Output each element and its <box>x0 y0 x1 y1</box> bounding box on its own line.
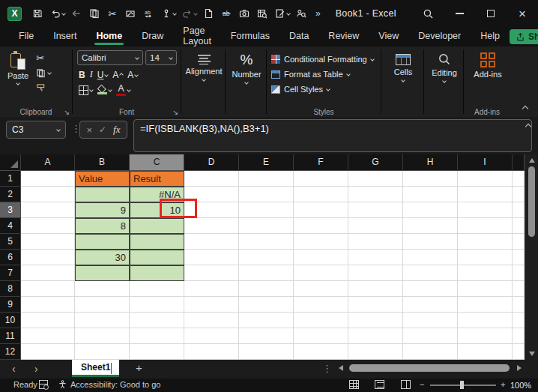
cell-I2[interactable] <box>458 187 513 202</box>
cell-A2[interactable] <box>21 187 75 202</box>
tab-view[interactable]: View <box>369 28 408 46</box>
macro-record-icon[interactable] <box>39 380 48 389</box>
back-icon[interactable] <box>68 4 85 22</box>
enter-icon[interactable] <box>99 124 106 135</box>
cell-B5[interactable] <box>75 234 130 250</box>
tab-data[interactable]: Data <box>279 28 318 46</box>
cell-E5[interactable] <box>239 234 294 250</box>
view-normal-button[interactable] <box>349 380 359 389</box>
cell-F10[interactable] <box>294 313 348 328</box>
cells-button[interactable]: Cells <box>386 50 420 82</box>
grow-font-button[interactable]: A <box>112 70 123 80</box>
cell-G4[interactable] <box>348 218 403 234</box>
name-box[interactable]: C3 <box>6 121 66 139</box>
cell-E6[interactable] <box>239 250 294 265</box>
next-sheet-icon[interactable] <box>34 362 38 376</box>
cell-B7[interactable] <box>75 265 130 281</box>
cell-H3[interactable] <box>403 202 458 218</box>
scroll-left-icon[interactable] <box>339 365 343 371</box>
cell-B11[interactable] <box>75 328 130 344</box>
cell-G7[interactable] <box>348 265 403 281</box>
cell-F8[interactable] <box>294 281 348 297</box>
cell-F2[interactable] <box>294 187 348 202</box>
tab-help[interactable]: Help <box>471 28 510 46</box>
zoom-in-icon[interactable] <box>501 380 505 389</box>
sheetbar-options-icon[interactable] <box>322 363 332 374</box>
cell-B1[interactable]: Value <box>75 171 130 187</box>
column-header-A[interactable]: A <box>21 154 75 171</box>
cell-F12[interactable] <box>294 344 348 360</box>
row-header-2[interactable]: 2 <box>0 187 21 202</box>
new-file-icon[interactable] <box>200 4 217 22</box>
zoom-level[interactable]: 100% <box>510 381 531 390</box>
cell-I4[interactable] <box>458 218 513 234</box>
cell-C6[interactable] <box>130 250 184 265</box>
cell-B12[interactable] <box>75 344 130 360</box>
strikethrough-icon[interactable]: ab <box>218 4 235 22</box>
cell-F3[interactable] <box>294 202 348 218</box>
cell-A6[interactable] <box>21 250 75 265</box>
sheet-tab-sheet1[interactable]: Sheet1 <box>72 360 119 377</box>
cell-H8[interactable] <box>403 281 458 297</box>
cell-D1[interactable] <box>184 171 239 187</box>
fill-color-button[interactable] <box>97 85 112 94</box>
cell-A8[interactable] <box>21 281 75 297</box>
cell-E12[interactable] <box>239 344 294 360</box>
collapse-ribbon-icon[interactable] <box>522 106 528 112</box>
row-header-6[interactable]: 6 <box>0 250 21 265</box>
cell-B8[interactable] <box>75 281 130 297</box>
ribbon-copy-icon[interactable] <box>36 67 51 79</box>
tab-developer[interactable]: Developer <box>408 28 471 46</box>
minimize-button[interactable] <box>444 0 475 27</box>
close-button[interactable] <box>507 0 538 27</box>
cell-D7[interactable] <box>184 265 239 281</box>
cell-B3[interactable]: 9 <box>75 202 130 218</box>
zoom-slider-thumb[interactable] <box>460 381 464 389</box>
cell-A7[interactable] <box>21 265 75 281</box>
cell-D8[interactable] <box>184 281 239 297</box>
cell-E11[interactable] <box>239 328 294 344</box>
cell-A3[interactable] <box>21 202 75 218</box>
cell-G2[interactable] <box>348 187 403 202</box>
search-icon[interactable] <box>412 0 444 27</box>
column-header-G[interactable]: G <box>348 154 403 171</box>
tab-draw[interactable]: Draw <box>132 28 173 46</box>
cell-D6[interactable] <box>184 250 239 265</box>
cell-G12[interactable] <box>348 344 403 360</box>
cell-G8[interactable] <box>348 281 403 297</box>
cell-F1[interactable] <box>294 171 348 187</box>
cell-D5[interactable] <box>184 234 239 250</box>
cell-styles-button[interactable]: Cell Styles <box>271 82 378 97</box>
scroll-right-icon[interactable] <box>517 365 522 371</box>
underline-dropdown-icon[interactable] <box>105 73 109 77</box>
conditional-formatting-button[interactable]: Conditional Formatting <box>271 52 378 67</box>
cell-I10[interactable] <box>458 313 513 328</box>
ribbon-cut-icon[interactable] <box>36 52 51 64</box>
privacy-lookup-icon[interactable] <box>293 4 309 22</box>
italic-button[interactable]: I <box>90 69 93 80</box>
shrink-font-button[interactable]: A <box>127 70 138 80</box>
font-color-button[interactable]: A <box>116 84 130 96</box>
cell-G11[interactable] <box>348 328 403 344</box>
tab-formulas[interactable]: Formulas <box>221 28 279 46</box>
cell-E2[interactable] <box>239 187 294 202</box>
cell-F9[interactable] <box>294 297 348 313</box>
format-as-table-button[interactable]: Format as Table <box>271 67 378 82</box>
row-header-12[interactable]: 12 <box>0 344 21 360</box>
cell-G10[interactable] <box>348 313 403 328</box>
view-page-break-button[interactable] <box>401 380 411 389</box>
column-header-F[interactable]: F <box>294 154 348 171</box>
cell-A12[interactable] <box>21 344 75 360</box>
save-icon[interactable] <box>29 4 46 22</box>
clipboard-dialog-launcher-icon[interactable] <box>64 109 70 116</box>
format-painter-icon[interactable] <box>36 82 51 94</box>
cell-B9[interactable] <box>75 297 130 313</box>
cell-C8[interactable] <box>130 281 184 297</box>
cell-I5[interactable] <box>458 234 513 250</box>
column-header-E[interactable]: E <box>239 154 294 171</box>
cell-A10[interactable] <box>21 313 75 328</box>
zoom-out-icon[interactable] <box>420 380 424 389</box>
tab-review[interactable]: Review <box>318 28 369 46</box>
cell-F4[interactable] <box>294 218 348 234</box>
cell-G5[interactable] <box>348 234 403 250</box>
